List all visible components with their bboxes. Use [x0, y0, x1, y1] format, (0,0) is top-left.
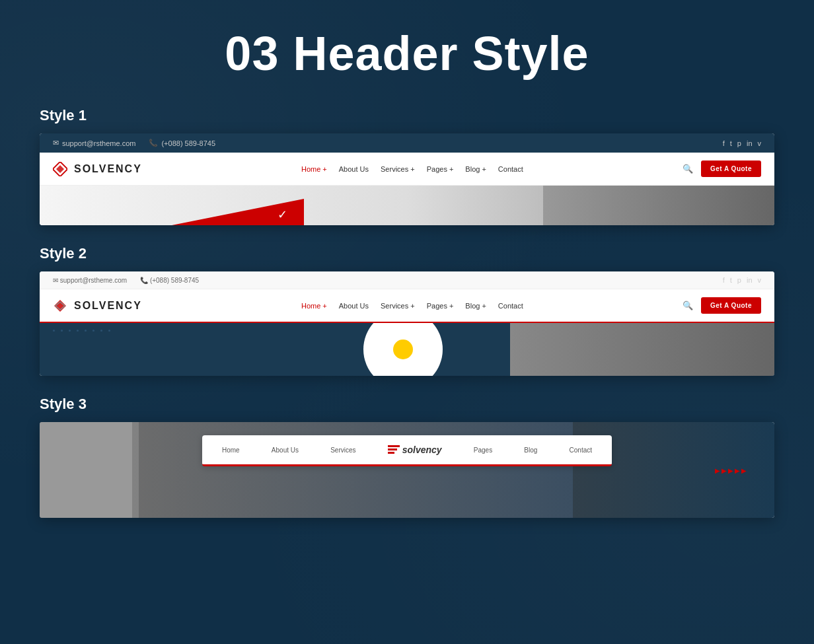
style1-nav-right: 🔍 Get A Quote [683, 161, 761, 177]
style2-phone-item: 📞 (+088) 589-8745 [140, 277, 199, 284]
style3-logo-bars-icon [388, 445, 400, 454]
style2-nav-blog[interactable]: Blog + [465, 302, 486, 310]
style1-nav-blog[interactable]: Blog + [465, 165, 486, 173]
style2-facebook-icon[interactable]: f [723, 276, 725, 284]
style2-logo-diamond-svg [53, 299, 67, 313]
style2-pinterest-icon[interactable]: p [737, 276, 741, 284]
style1-cta-button[interactable]: Get A Quote [701, 161, 761, 177]
style1-label: Style 1 [40, 107, 774, 124]
style2-dots-pattern [53, 330, 114, 332]
style1-search-icon[interactable]: 🔍 [683, 164, 693, 174]
email-icon: ✉ [53, 139, 59, 147]
style1-hero-people [543, 186, 774, 225]
style2-phone: (+088) 589-8745 [150, 277, 199, 284]
style3-arrows: ▶▶▶▶▶ [715, 466, 748, 474]
style3-nav-services[interactable]: Services [330, 447, 355, 454]
style3-preview-card: Home About Us Services solvency [40, 422, 774, 518]
style2-hero-people [510, 323, 774, 376]
style3-navbar: Home About Us Services solvency [202, 435, 612, 466]
logo-diamond-wrap [53, 162, 67, 176]
style2-nav-contact[interactable]: Contact [498, 302, 523, 310]
vimeo-icon[interactable]: v [758, 139, 762, 147]
style2-cta-button[interactable]: Get A Quote [701, 297, 761, 314]
style3-nav-pages[interactable]: Pages [474, 447, 492, 454]
style1-topbar-right: f t p in v [723, 139, 761, 147]
svg-rect-4 [388, 445, 400, 447]
style3-bg: Home About Us Services solvency [40, 422, 774, 518]
style2-email: support@rstheme.com [60, 277, 127, 284]
style1-phone-item: 📞 (+088) 589-8745 [149, 139, 215, 147]
style1-hero-checkmark: ✓ [278, 207, 287, 222]
twitter-icon[interactable]: t [730, 139, 732, 147]
style3-wrapper: Home About Us Services solvency [40, 422, 774, 518]
style2-navbar: SOLVENCY Home + About Us Services + Page… [40, 289, 774, 323]
style3-nav-about[interactable]: About Us [272, 447, 299, 454]
style1-preview-card: ✉ support@rstheme.com 📞 (+088) 589-8745 … [40, 133, 774, 225]
style2-preview-card: ✉ support@rstheme.com 📞 (+088) 589-8745 … [40, 271, 774, 376]
style1-nav-home[interactable]: Home + [301, 165, 327, 173]
style3-left-bg [40, 422, 139, 518]
page-title: 03 Header Style [40, 26, 774, 81]
style2-logo: SOLVENCY [53, 299, 142, 313]
style2-topbar-right: f t p in v [723, 276, 761, 284]
style2-hero-yellow-dot [393, 340, 413, 359]
style1-email: support@rstheme.com [62, 139, 135, 147]
style1-nav-services[interactable]: Services + [381, 165, 415, 173]
style2-label: Style 2 [40, 245, 774, 262]
style1-phone: (+088) 589-8745 [161, 139, 215, 147]
style2-nav-services[interactable]: Services + [381, 302, 415, 310]
phone-icon: 📞 [149, 139, 158, 147]
style2-instagram-icon[interactable]: in [747, 276, 753, 284]
svg-rect-6 [388, 452, 394, 454]
style2-nav-pages[interactable]: Pages + [427, 302, 454, 310]
style2-twitter-icon[interactable]: t [730, 276, 732, 284]
style1-hero: ✓ [40, 186, 774, 225]
style3-nav-contact[interactable]: Contact [570, 447, 592, 454]
style2-logo-diamond-wrap [53, 299, 67, 313]
svg-rect-5 [388, 448, 397, 450]
style2-search-icon[interactable]: 🔍 [683, 301, 693, 310]
style1-email-item: ✉ support@rstheme.com [53, 139, 135, 147]
style2-nav-right: 🔍 Get A Quote [683, 297, 761, 314]
style2-email-icon: ✉ [53, 277, 58, 284]
style1-topbar: ✉ support@rstheme.com 📞 (+088) 589-8745 … [40, 133, 774, 153]
style3-label: Style 3 [40, 396, 774, 413]
style3-nav-home[interactable]: Home [222, 447, 240, 454]
style1-nav-links: Home + About Us Services + Pages + Blog … [301, 165, 523, 173]
svg-marker-1 [56, 165, 64, 173]
style2-phone-icon: 📞 [140, 277, 148, 284]
style1-logo: SOLVENCY [53, 162, 142, 176]
style2-topbar-left: ✉ support@rstheme.com 📞 (+088) 589-8745 [53, 277, 199, 284]
style1-logo-text: SOLVENCY [74, 163, 142, 175]
style1-topbar-left: ✉ support@rstheme.com 📞 (+088) 589-8745 [53, 139, 215, 147]
style2-vimeo-icon[interactable]: v [758, 276, 762, 284]
style1-nav-pages[interactable]: Pages + [427, 165, 454, 173]
style3-logo-text: solvency [402, 445, 442, 455]
logo-diamond-svg [53, 162, 67, 176]
style2-topbar: ✉ support@rstheme.com 📞 (+088) 589-8745 … [40, 271, 774, 289]
style2-hero [40, 323, 774, 376]
style3-logo: solvency [388, 445, 442, 455]
style3-nav-blog[interactable]: Blog [524, 447, 537, 454]
main-content: 03 Header Style Style 1 ✉ support@rsthem… [0, 0, 814, 564]
style2-logo-text: SOLVENCY [74, 300, 142, 312]
style1-navbar: SOLVENCY Home + About Us Services + Page… [40, 153, 774, 186]
pinterest-icon[interactable]: p [737, 139, 741, 147]
style2-nav-links: Home + About Us Services + Pages + Blog … [301, 302, 523, 310]
facebook-icon[interactable]: f [723, 139, 725, 147]
style1-nav-contact[interactable]: Contact [498, 165, 523, 173]
style2-nav-home[interactable]: Home + [301, 302, 327, 310]
style2-nav-about[interactable]: About Us [339, 302, 369, 310]
style3-logo-svg [388, 445, 400, 454]
style2-email-item: ✉ support@rstheme.com [53, 277, 127, 284]
style1-nav-about[interactable]: About Us [339, 165, 369, 173]
instagram-icon[interactable]: in [747, 139, 753, 147]
